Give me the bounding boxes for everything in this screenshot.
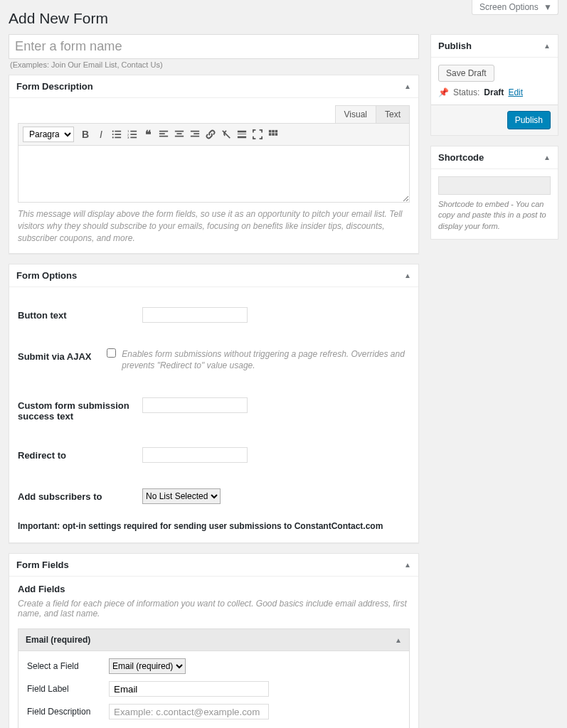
svg-rect-18 — [191, 131, 199, 132]
screen-options-label: Screen Options — [479, 2, 539, 12]
form-options-title: Form Options — [16, 270, 77, 281]
collapse-icon[interactable]: ▲ — [404, 561, 411, 569]
save-draft-button[interactable]: Save Draft — [438, 65, 494, 82]
add-subs-select[interactable]: No List Selected — [142, 488, 221, 504]
collapse-icon[interactable]: ▲ — [404, 82, 411, 90]
svg-rect-20 — [191, 136, 199, 137]
svg-rect-16 — [177, 134, 182, 135]
svg-rect-21 — [238, 131, 246, 133]
shortcode-title: Shortcode — [438, 152, 484, 163]
svg-rect-12 — [159, 131, 168, 132]
button-text-input[interactable] — [142, 307, 248, 323]
add-fields-hint: Create a field for each piece of informa… — [18, 599, 410, 619]
ajax-checkbox[interactable] — [107, 348, 116, 358]
field-desc-label: Field Description — [27, 707, 109, 717]
field-card-title: Email (required) — [26, 635, 90, 645]
shortcode-input[interactable] — [438, 176, 551, 195]
ajax-help: Enables form submissions without trigger… — [122, 348, 410, 373]
form-name-hint: (Examples: Join Our Email List, Contact … — [9, 59, 419, 69]
svg-point-4 — [112, 137, 114, 139]
numbered-list-icon[interactable]: 123 — [125, 127, 139, 141]
add-fields-heading: Add Fields — [18, 584, 410, 594]
pin-icon: 📌 — [438, 87, 449, 97]
ajax-label: Submit via AJAX — [18, 348, 107, 362]
svg-rect-27 — [269, 134, 272, 136]
select-field-dropdown[interactable]: Email (required) — [109, 658, 186, 674]
editor-tab-visual[interactable]: Visual — [335, 105, 376, 123]
shortcode-hint: Shortcode to embed - You can copy and pa… — [438, 199, 551, 232]
collapse-icon[interactable]: ▲ — [544, 42, 551, 50]
svg-rect-1 — [115, 131, 121, 132]
svg-point-0 — [112, 131, 114, 132]
svg-rect-23 — [238, 136, 246, 139]
svg-rect-17 — [175, 136, 184, 137]
svg-rect-5 — [115, 137, 121, 139]
shortcode-box: Shortcode ▲ Shortcode to embed - You can… — [430, 146, 558, 240]
form-fields-box: Form Fields ▲ Add Fields Create a field … — [9, 553, 419, 728]
read-more-icon[interactable] — [235, 127, 249, 141]
collapse-icon[interactable]: ▲ — [404, 272, 411, 279]
chevron-down-icon: ▼ — [544, 2, 552, 12]
field-label-input[interactable] — [109, 681, 269, 697]
svg-rect-26 — [275, 130, 278, 133]
italic-icon[interactable]: I — [94, 127, 108, 141]
bullet-list-icon[interactable] — [110, 127, 124, 141]
collapse-icon[interactable]: ▲ — [544, 154, 551, 161]
editor-toolbar: Paragraph B I 123 ❝ — [18, 123, 410, 146]
svg-rect-8 — [130, 137, 137, 139]
screen-options-toggle[interactable]: Screen Options ▼ — [472, 0, 558, 15]
edit-status-link[interactable]: Edit — [508, 87, 523, 97]
svg-rect-19 — [194, 134, 199, 135]
link-icon[interactable] — [203, 127, 218, 141]
svg-rect-15 — [175, 131, 184, 132]
editor-tab-text[interactable]: Text — [376, 105, 410, 123]
status-value: Draft — [484, 87, 504, 97]
field-desc-input[interactable] — [109, 704, 269, 719]
fullscreen-icon[interactable] — [250, 127, 265, 141]
svg-rect-13 — [159, 134, 165, 135]
form-description-box: Form Description ▲ Visual Text Paragraph — [9, 75, 419, 253]
status-label: Status: — [453, 87, 479, 97]
svg-rect-3 — [115, 134, 121, 135]
bold-icon[interactable]: B — [78, 127, 92, 141]
unlink-icon[interactable] — [219, 127, 233, 141]
svg-rect-28 — [272, 134, 275, 136]
select-field-label: Select a Field — [27, 661, 109, 671]
collapse-icon[interactable]: ▲ — [395, 636, 402, 644]
redirect-label: Redirect to — [18, 447, 142, 461]
align-center-icon[interactable] — [172, 127, 186, 141]
field-card-email: Email (required) ▲ Select a Field Email … — [18, 628, 410, 728]
svg-rect-24 — [269, 130, 272, 133]
add-subs-label: Add subscribers to — [18, 488, 142, 502]
svg-text:3: 3 — [127, 136, 129, 139]
redirect-input[interactable] — [142, 447, 248, 463]
svg-rect-14 — [159, 136, 168, 137]
form-description-title: Form Description — [16, 81, 93, 92]
form-description-hint: This message will display above the form… — [18, 203, 410, 245]
success-text-input[interactable] — [142, 397, 248, 413]
form-fields-title: Form Fields — [16, 560, 69, 570]
svg-rect-7 — [130, 134, 137, 135]
field-label-label: Field Label — [27, 684, 109, 694]
svg-rect-25 — [272, 130, 275, 133]
publish-button[interactable]: Publish — [507, 111, 551, 129]
editor-textarea[interactable] — [18, 146, 410, 203]
button-text-label: Button text — [18, 307, 142, 321]
svg-rect-6 — [130, 131, 137, 132]
publish-title: Publish — [438, 41, 472, 51]
svg-rect-22 — [238, 134, 246, 134]
svg-point-2 — [112, 134, 114, 135]
form-name-input[interactable] — [9, 34, 419, 59]
format-select[interactable]: Paragraph — [23, 127, 74, 142]
success-text-label: Custom form submission success text — [18, 397, 142, 422]
align-left-icon[interactable] — [157, 127, 171, 141]
toolbar-toggle-icon[interactable] — [266, 127, 280, 141]
svg-rect-29 — [275, 134, 278, 136]
publish-box: Publish ▲ Save Draft 📌 Status: Draft Edi… — [430, 34, 558, 136]
align-right-icon[interactable] — [188, 127, 202, 141]
form-options-box: Form Options ▲ Button text Submit via AJ… — [9, 264, 419, 544]
blockquote-icon[interactable]: ❝ — [141, 127, 155, 141]
optin-important-note: Important: opt-in settings required for … — [18, 517, 410, 535]
